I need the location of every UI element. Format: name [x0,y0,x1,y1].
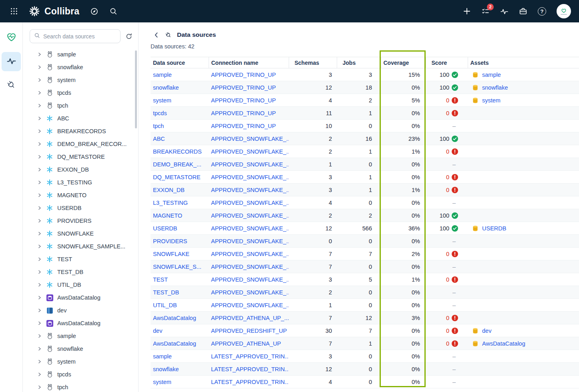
data-source-link[interactable]: EXXON_DB [153,187,185,193]
sidebar-source-item[interactable]: tpch [23,381,138,392]
asset-link[interactable]: sample [482,72,501,78]
data-source-link[interactable]: tpcds [153,110,167,116]
connection-link[interactable]: APPROVED_ATHENA_UP_... [211,315,289,321]
connection-link[interactable]: APPROVED_REDSHIFT_UP [211,328,287,334]
chevron-right-icon[interactable] [37,129,42,134]
collibra-brand[interactable]: Collibra [28,5,79,17]
connection-link[interactable]: APPROVED_TRINO_UP [211,123,276,129]
data-source-link[interactable]: USERDB [153,225,177,232]
connection-link[interactable]: LATEST_APPROVED_TRIN... [211,379,289,385]
sidebar-source-item[interactable]: sample [23,330,138,342]
chevron-right-icon[interactable] [37,142,42,146]
rail-item-data-quality[interactable] [2,28,21,47]
activity-icon[interactable] [500,7,509,16]
connection-link[interactable]: APPROVED_SNOWFLAKE_... [211,238,289,244]
sidebar-source-item[interactable]: MAGNETO [23,189,138,202]
sidebar-source-item[interactable]: BREAKRECORDS [23,125,138,138]
chevron-right-icon[interactable] [37,180,42,185]
sidebar-source-item[interactable]: UTIL_DB [23,278,138,291]
data-source-link[interactable]: snowflake [153,366,179,372]
connection-link[interactable]: APPROVED_SNOWFLAKE_... [211,264,289,270]
data-source-link[interactable]: AwsDataCatalog [153,340,196,347]
connection-link[interactable]: APPROVED_SNOWFLAKE_... [211,200,289,206]
sidebar-source-item[interactable]: EXXON_DB [23,163,138,176]
data-source-link[interactable]: sample [153,353,172,360]
refresh-icon[interactable] [125,33,133,40]
column-header-data-source[interactable]: Data source [151,57,209,68]
connection-link[interactable]: APPROVED_SNOWFLAKE_... [211,212,289,219]
sidebar-source-item[interactable]: L3_TESTING [23,176,138,189]
chevron-right-icon[interactable] [37,372,42,377]
connection-link[interactable]: APPROVED_TRINO_UP [211,84,276,91]
sidebar-source-item[interactable]: sample [23,48,138,61]
chevron-right-icon[interactable] [37,346,42,351]
data-source-link[interactable]: L3_TESTING [153,200,188,206]
data-source-link[interactable]: SNOWFLAKE_S... [153,264,201,270]
chevron-right-icon[interactable] [37,90,42,95]
asset-link[interactable]: dev [482,328,491,334]
chevron-right-icon[interactable] [37,334,42,338]
data-source-link[interactable]: TEST [153,276,168,283]
chevron-right-icon[interactable] [37,295,42,300]
sidebar-source-item[interactable]: SNOWFLAKE [23,227,138,240]
sidebar-source-item[interactable]: AwsDataCatalog [23,317,138,330]
sidebar-source-item[interactable]: DEMO_BREAK_RECOR... [23,138,138,150]
rail-item-activity[interactable] [2,52,21,71]
rail-item-connections[interactable] [2,76,21,95]
sidebar-source-item[interactable]: tpcds [23,368,138,381]
sidebar-source-item[interactable]: DQ_METASTORE [23,150,138,163]
search-icon[interactable] [109,7,117,15]
help-icon[interactable]: ? [538,7,546,16]
chevron-right-icon[interactable] [37,154,42,159]
sidebar-source-item[interactable]: snowflake [23,342,138,355]
search-data-sources-input[interactable] [43,33,116,40]
compass-icon[interactable] [90,7,99,16]
add-icon[interactable] [463,7,471,15]
connection-link[interactable]: APPROVED_ATHENA_UP [211,340,281,347]
asset-link[interactable]: system [482,97,501,104]
connection-link[interactable]: APPROVED_TRINO_UP [211,110,276,116]
connection-link[interactable]: APPROVED_SNOWFLAKE_... [211,148,289,155]
data-source-link[interactable]: PROVIDERS [153,238,187,244]
chevron-right-icon[interactable] [37,206,42,210]
sidebar-source-item[interactable]: system [23,355,138,368]
data-source-link[interactable]: ABC [153,136,165,142]
sidebar-source-item[interactable]: tpcds [23,86,138,99]
chevron-right-icon[interactable] [37,359,42,364]
data-source-link[interactable]: DEMO_BREAK_... [153,161,201,168]
data-source-link[interactable]: system [153,379,171,385]
data-source-link[interactable]: system [153,97,171,104]
data-source-link[interactable]: MAGNETO [153,212,182,219]
connection-link[interactable]: APPROVED_SNOWFLAKE_... [211,225,289,232]
connection-link[interactable]: APPROVED_SNOWFLAKE_... [211,136,289,142]
data-source-link[interactable]: SNOWFLAKE [153,251,189,257]
connection-link[interactable]: APPROVED_SNOWFLAKE_... [211,251,289,257]
chevron-right-icon[interactable] [37,257,42,262]
back-button[interactable] [153,32,160,38]
sidebar-source-item[interactable]: USERDB [23,202,138,214]
asset-link[interactable]: AwsDataCatalog [482,340,525,347]
data-source-link[interactable]: tpch [153,123,164,129]
chevron-right-icon[interactable] [37,167,42,172]
sidebar-source-item[interactable]: dev [23,304,138,317]
column-header-schemas[interactable]: Schemas [289,57,337,68]
app-grid-icon[interactable] [10,8,18,15]
chevron-right-icon[interactable] [37,385,42,390]
sidebar-source-item[interactable]: TEST_DB [23,266,138,278]
connection-link[interactable]: APPROVED_TRINO_UP [211,72,276,78]
sidebar-source-item[interactable]: AwsDataCatalog [23,291,138,304]
chevron-right-icon[interactable] [37,65,42,70]
data-source-link[interactable]: AwsDataCatalog [153,315,196,321]
asset-link[interactable]: USERDB [482,225,506,232]
chevron-right-icon[interactable] [37,52,42,57]
sidebar-source-item[interactable]: snowflake [23,61,138,74]
connection-link[interactable]: APPROVED_SNOWFLAKE_... [211,174,289,180]
tasks-icon[interactable]: 2 [481,7,490,16]
column-header-connection-name[interactable]: Connection name [209,57,289,68]
column-header-assets[interactable]: Assets [468,57,579,68]
connection-link[interactable]: APPROVED_SNOWFLAKE_... [211,276,289,283]
data-source-link[interactable]: DQ_METASTORE [153,174,201,180]
user-avatar[interactable] [557,4,571,18]
chevron-right-icon[interactable] [37,308,42,313]
chevron-right-icon[interactable] [37,321,42,326]
